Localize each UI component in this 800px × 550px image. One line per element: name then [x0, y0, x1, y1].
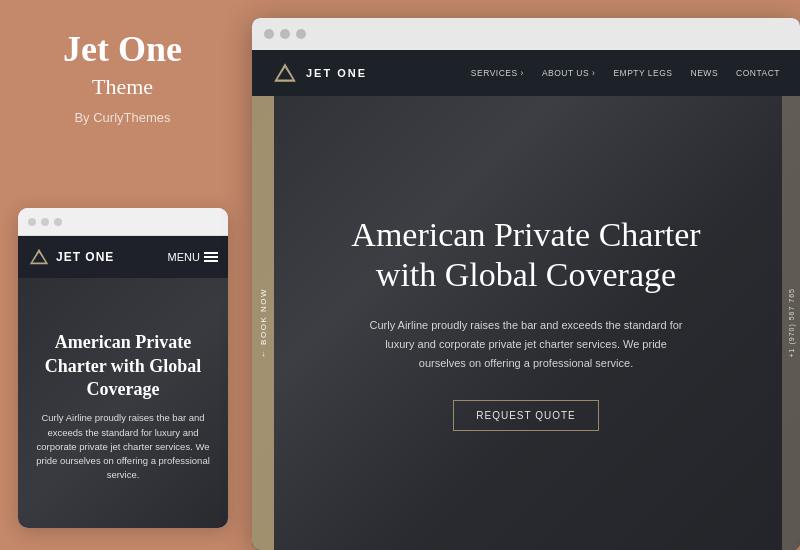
mobile-hero: American Private Charter with Global Cov…: [18, 278, 228, 528]
desktop-logo: JET ONE: [272, 60, 367, 86]
left-panel: Jet One Theme By CurlyThemes JET ONE MEN…: [0, 0, 245, 550]
hero-content: American Private Charter with Global Cov…: [336, 215, 716, 432]
desktop-preview: JET ONE SERVICES › ABOUT US › EMPTY LEGS…: [252, 18, 800, 550]
browser-dot-3: [54, 218, 62, 226]
mobile-logo-text: JET ONE: [56, 250, 114, 264]
desktop-logo-text: JET ONE: [306, 67, 367, 79]
mobile-logo: JET ONE: [28, 246, 114, 268]
phone-text: +1 (970) 567 765: [788, 288, 795, 358]
theme-title: Jet One: [63, 30, 182, 70]
hamburger-line-1: [204, 252, 218, 254]
desktop-dot-2: [280, 29, 290, 39]
hero-title: American Private Charter with Global Cov…: [336, 215, 716, 297]
desktop-dot-3: [296, 29, 306, 39]
phone-strip: +1 (970) 567 765: [782, 96, 800, 550]
hamburger-line-2: [204, 256, 218, 258]
browser-dot-1: [28, 218, 36, 226]
mobile-logo-icon: [28, 246, 50, 268]
desktop-nav: JET ONE SERVICES › ABOUT US › EMPTY LEGS…: [252, 50, 800, 96]
desktop-browser-bar: [252, 18, 800, 50]
theme-subtitle: Theme: [92, 74, 153, 100]
mobile-menu-button[interactable]: MENU: [168, 251, 218, 263]
desktop-dot-1: [264, 29, 274, 39]
browser-dot-2: [41, 218, 49, 226]
nav-link-news[interactable]: NEWS: [691, 68, 719, 78]
mobile-hero-title: American Private Charter with Global Cov…: [30, 331, 216, 401]
book-now-strip[interactable]: ← BOOK NOW: [252, 96, 274, 550]
nav-link-contact[interactable]: CONTACT: [736, 68, 780, 78]
mobile-nav: JET ONE MENU: [18, 236, 228, 278]
mobile-hero-text: Curly Airline proudly raises the bar and…: [30, 411, 216, 482]
hero-description: Curly Airline proudly raises the bar and…: [366, 316, 686, 372]
mobile-preview-card: JET ONE MENU American Private Charter wi…: [18, 208, 228, 528]
desktop-hero: ← BOOK NOW +1 (970) 567 765 American Pri…: [252, 96, 800, 550]
nav-link-about[interactable]: ABOUT US ›: [542, 68, 596, 78]
nav-link-emptylegs[interactable]: EMPTY LEGS: [613, 68, 672, 78]
desktop-logo-icon: [272, 60, 298, 86]
nav-link-services[interactable]: SERVICES ›: [471, 68, 524, 78]
hamburger-line-3: [204, 260, 218, 262]
hamburger-icon: [204, 252, 218, 262]
desktop-nav-links: SERVICES › ABOUT US › EMPTY LEGS NEWS CO…: [471, 68, 780, 78]
mobile-browser-bar: [18, 208, 228, 236]
theme-by: By CurlyThemes: [74, 110, 170, 125]
book-now-text: ← BOOK NOW: [259, 288, 268, 358]
request-quote-button[interactable]: REQUEST QUOTE: [453, 400, 599, 431]
